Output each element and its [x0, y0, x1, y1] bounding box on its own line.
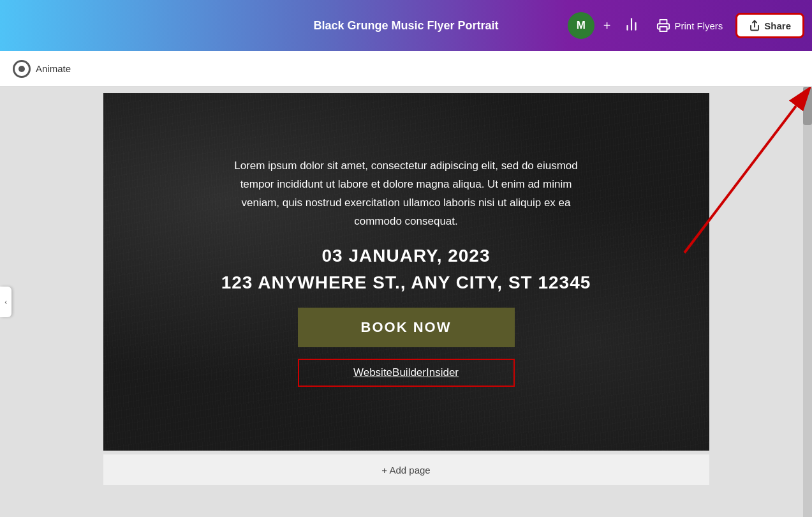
flyer-date-line2: 123 ANYWHERE ST., ANY CITY, ST 12345: [221, 269, 591, 296]
share-icon: [749, 20, 760, 31]
print-flyers-button[interactable]: Print Flyers: [649, 13, 730, 38]
document-title: Black Grunge Music Flyer Portrait: [313, 19, 498, 33]
animate-button[interactable]: Animate: [13, 60, 71, 78]
analytics-icon: [623, 16, 640, 33]
header-actions: M + Print Flyers Share: [568, 12, 812, 40]
book-now-button[interactable]: BOOK NOW: [298, 308, 515, 347]
scrollbar-thumb[interactable]: [803, 87, 812, 125]
flyer-content: Lorem ipsum dolor sit amet, consectetur …: [103, 93, 709, 451]
flyer-canvas[interactable]: Lorem ipsum dolor sit amet, consectetur …: [103, 93, 709, 451]
share-label: Share: [764, 20, 791, 31]
main-canvas-area: ‹ Lorem ipsum dolor sit amet, consectetu…: [0, 87, 812, 517]
plus-button[interactable]: +: [600, 16, 615, 36]
share-button[interactable]: Share: [735, 13, 804, 38]
flyer-date-location: 03 JANUARY, 2023 123 ANYWHERE ST., ANY C…: [221, 243, 591, 296]
animate-icon: [13, 60, 31, 78]
scrollbar[interactable]: [803, 87, 812, 517]
flyer-body-text: Lorem ipsum dolor sit amet, consectetur …: [221, 157, 591, 231]
print-icon: [656, 19, 670, 33]
canvas-wrapper: Lorem ipsum dolor sit amet, consectetur …: [103, 93, 709, 485]
animate-label: Animate: [36, 63, 71, 74]
svg-rect-3: [660, 27, 667, 31]
left-panel-toggle[interactable]: ‹: [0, 287, 11, 317]
user-avatar[interactable]: M: [568, 12, 594, 39]
add-page-button[interactable]: + Add page: [103, 454, 709, 485]
website-link: WebsiteBuilderInsider: [298, 359, 515, 387]
chevron-left-icon: ‹: [4, 298, 7, 306]
flyer-date-line1: 03 JANUARY, 2023: [221, 243, 591, 269]
header: Black Grunge Music Flyer Portrait M + Pr…: [0, 0, 812, 51]
print-flyers-label: Print Flyers: [674, 20, 723, 31]
analytics-button[interactable]: [619, 12, 644, 40]
toolbar: Animate: [0, 51, 812, 87]
